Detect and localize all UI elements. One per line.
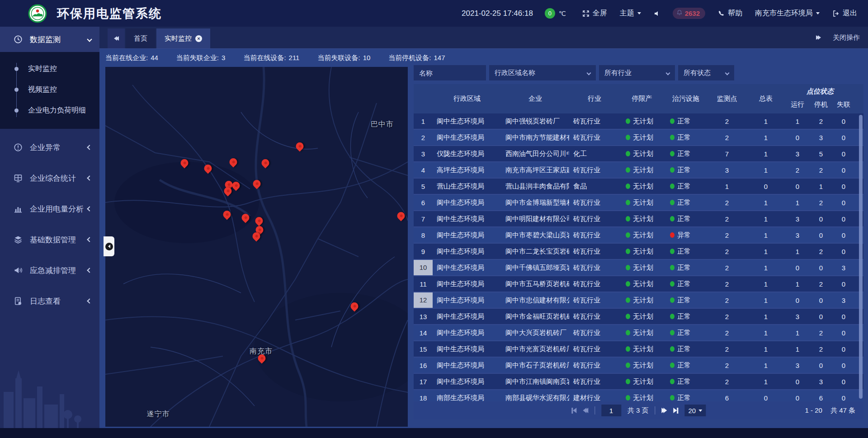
monitor-grid-icon (14, 174, 23, 183)
cell-industry: 砖瓦行业 (569, 247, 620, 256)
header-facility: 治污设施 (664, 94, 708, 103)
close-icon[interactable]: × (195, 35, 202, 42)
speaker-icon (654, 10, 661, 17)
sidebar-item-log-view[interactable]: 日志查看 (0, 289, 99, 313)
tab-home[interactable]: 首页 (126, 28, 156, 48)
industry-filter-select[interactable]: 所有行业 (599, 65, 675, 80)
cell-points: 2 (708, 118, 746, 125)
sidebar-subitem-video-monitor[interactable]: 视频监控 (0, 79, 99, 100)
stat-value: 3 (222, 54, 225, 62)
cell-lost: 3 (832, 264, 855, 272)
sidebar-item-basic-data[interactable]: 基础数据管理 (0, 227, 99, 252)
logout-button[interactable]: 退出 (832, 9, 857, 18)
page-size-value: 20 (689, 407, 696, 414)
region-filter-select[interactable]: 行政区域名称 (489, 65, 596, 80)
sidebar-item-enterprise-abnormal[interactable]: 企业异常 (0, 135, 99, 160)
cell-meters: 1 (746, 297, 785, 304)
sidebar-item-enterprise-statistics[interactable]: 企业综合统计 (0, 166, 99, 190)
cell-company: 西南油气田分公司川中 (501, 150, 569, 158)
table-scrollbar[interactable] (859, 115, 863, 399)
cell-industry: 食品 (569, 182, 620, 191)
cell-company: 阆中市金博瑞新型墙材 (501, 198, 569, 207)
close-operations-button[interactable]: 关闭操作 (833, 33, 860, 42)
table-row[interactable]: 17阆中生态环境局阆中市江南镇阆南页岩砖瓦行业无计划正常21030 (414, 374, 863, 390)
cell-lost: 0 (832, 362, 855, 369)
table-row[interactable]: 3仪陇生态环境局西南油气田分公司川中化工无计划正常71350 (414, 146, 863, 162)
prev-page-button[interactable] (583, 408, 588, 413)
map-panel[interactable]: 巴中市南充市遂宁市 (105, 67, 408, 427)
cell-meters: 1 (746, 215, 785, 223)
cell-points: 2 (708, 345, 746, 353)
production-status-label: 无计划 (633, 345, 653, 353)
table-row[interactable]: 2阆中生态环境局阆中市南方节能建材有砖瓦行业无计划正常21030 (414, 130, 863, 146)
table-row[interactable]: 9阆中生态环境局阆中市二龙长宝页岩砖砖瓦行业无计划正常21120 (414, 244, 863, 260)
tabs-scroll-right-button[interactable] (816, 35, 821, 40)
status-dot-red (670, 232, 675, 238)
first-page-button[interactable] (571, 408, 576, 414)
table-row[interactable]: 1阆中生态环境局阆中强锐页岩砖厂砖瓦行业无计划正常21120 (414, 113, 863, 130)
notifications-badge[interactable]: 2632 (673, 8, 705, 19)
cell-lost: 0 (832, 248, 855, 255)
theme-dropdown[interactable]: 主题 (620, 9, 641, 18)
app-window: 环保用电监管系统 2021-02-25 17:46:18 0 ℃ 全屏 主题 (0, 0, 868, 438)
table-row[interactable]: 18南部生态环境局南部县砚华水泥有限公建材行业无计划正常60060 (414, 390, 863, 401)
table-row[interactable]: 6阆中生态环境局阆中市金博瑞新型墙材砖瓦行业无计划正常21120 (414, 195, 863, 211)
page-number-input[interactable] (601, 405, 621, 416)
cell-industry: 砖瓦行业 (569, 296, 620, 305)
sidebar-item-power-analysis[interactable]: 企业用电量分析 (0, 197, 99, 221)
sidebar-item-label: 企业异常 (30, 142, 88, 153)
fullscreen-button[interactable]: 全屏 (582, 9, 607, 18)
map-collapse-handle[interactable] (104, 236, 114, 256)
table-row[interactable]: 15阆中生态环境局阆中市光富页岩机砖厂砖瓦行业无计划正常21120 (414, 341, 863, 358)
cell-run: 1 (785, 345, 810, 353)
table-row[interactable]: 11阆中生态环境局阆中市五马桥页岩机砖砖瓦行业无计划正常21120 (414, 276, 863, 292)
cell-facility-status: 正常 (664, 117, 708, 126)
cell-company: 阆中千佛镇五郎垭页岩 (501, 264, 569, 272)
cell-production-status: 无计划 (620, 247, 664, 256)
sidebar-item-emergency-reduction[interactable]: 应急减排管理 (0, 258, 99, 283)
layers-icon (14, 235, 23, 244)
tab-realtime-monitor[interactable]: 实时监控× (156, 28, 210, 48)
cell-stop: 2 (810, 280, 832, 288)
cell-industry: 化工 (569, 150, 620, 158)
table-row[interactable]: 14阆中生态环境局阆中大兴页岩机砖厂砖瓦行业无计划正常21120 (414, 325, 863, 341)
datetime: 2021-02-25 17:46:18 (462, 9, 533, 18)
table-row[interactable]: 5营山生态环境局营山县润丰肉食品有限食品无计划正常10010 (414, 179, 863, 195)
sidebar-subitem-realtime-monitor[interactable]: 实时监控 (0, 58, 99, 79)
table-row[interactable]: 16阆中生态环境局阆中市石子页岩机砖厂砖瓦行业无计划正常21300 (414, 358, 863, 374)
notification-count: 2632 (685, 9, 700, 17)
cell-company: 阆中市五马桥页岩机砖 (501, 280, 569, 288)
name-filter-input[interactable] (414, 65, 486, 80)
sidebar: 数据监测实时监控视频监控企业电力负荷明细企业异常企业综合统计企业用电量分析基础数… (0, 27, 99, 428)
cell-industry: 砖瓦行业 (569, 361, 620, 370)
production-status-label: 无计划 (633, 280, 653, 288)
facility-status-label: 异常 (677, 231, 691, 240)
help-button[interactable]: 帮助 (718, 9, 742, 18)
row-index: 13 (414, 313, 433, 320)
table-row[interactable]: 7阆中生态环境局阆中明阳建材有限公司砖瓦行业无计划正常21300 (414, 211, 863, 227)
tabs-scroll-left-button[interactable] (108, 28, 125, 48)
status-dot-green (670, 314, 675, 319)
next-page-button[interactable] (662, 408, 667, 413)
cell-points: 2 (708, 231, 746, 239)
table-row[interactable]: 4高坪生态环境局南充市高坪区王家店建砖瓦行业无计划正常31220 (414, 162, 863, 179)
sidebar-subitem-power-load-detail[interactable]: 企业电力负荷明细 (0, 100, 99, 121)
org-dropdown[interactable]: 南充市生态环境局 (755, 9, 820, 18)
row-index: 2 (414, 134, 433, 141)
temperature-unit: ℃ (559, 10, 566, 17)
sidebar-item-data-monitoring[interactable]: 数据监测 (0, 27, 99, 52)
cell-lost: 0 (832, 313, 855, 320)
last-page-button[interactable] (674, 408, 679, 414)
status-filter-select[interactable]: 所有状态 (678, 65, 734, 80)
table-row[interactable]: 10阆中生态环境局阆中千佛镇五郎垭页岩砖瓦行业无计划正常21003 (414, 260, 863, 276)
mute-button[interactable] (654, 10, 661, 17)
row-index: 16 (414, 362, 433, 369)
status-dot-green (670, 184, 675, 189)
page-size-select[interactable]: 20 (685, 405, 706, 416)
table-row[interactable]: 12阆中生态环境局阆中市忠信建材有限公砖瓦行业无计划正常21003 (414, 292, 863, 309)
table-row[interactable]: 13阆中生态环境局阆中市金福旺页岩机砖砖瓦行业无计划正常21300 (414, 309, 863, 325)
divider (655, 406, 656, 414)
top-header: 环保用电监管系统 2021-02-25 17:46:18 0 ℃ 全屏 主题 (0, 0, 868, 27)
facility-status-label: 正常 (677, 133, 691, 142)
table-row[interactable]: 8阆中生态环境局阆中市枣碧大梁山页岩砖瓦行业无计划异常21300 (414, 227, 863, 244)
